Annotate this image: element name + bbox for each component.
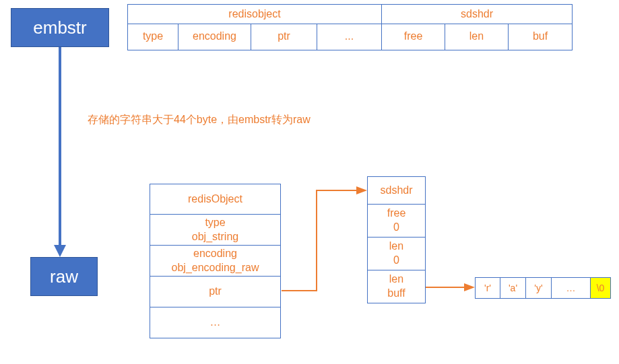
buf-2: 'y'	[526, 277, 552, 299]
top-cell-buf: buf	[509, 24, 573, 50]
buffer-array: 'r' 'a' 'y' … \0	[475, 277, 611, 299]
buf-0: 'r'	[475, 277, 500, 299]
buf-4-null: \0	[591, 277, 611, 299]
svg-marker-4	[464, 283, 475, 291]
buf-3: …	[552, 277, 591, 299]
buf-1: 'a'	[500, 277, 526, 299]
arrow-buff-to-array	[0, 0, 505, 363]
